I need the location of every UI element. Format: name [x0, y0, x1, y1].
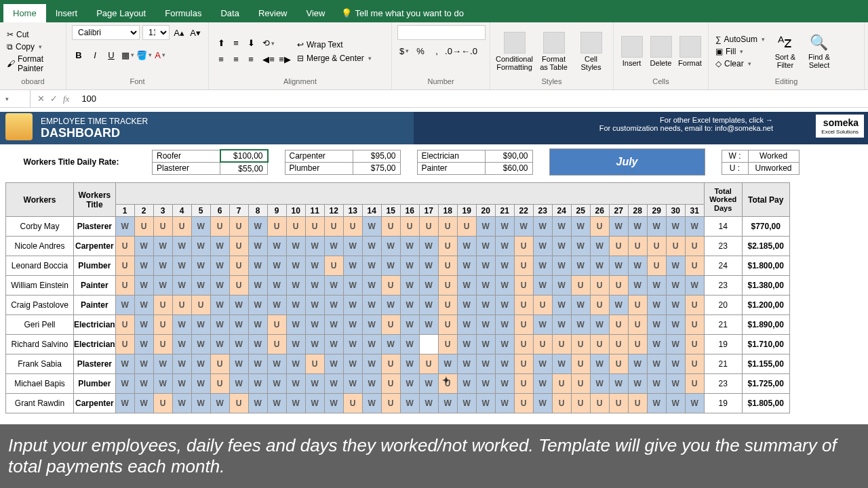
sort-filter-button[interactable]: ᴬᴢSort & Filter [770, 34, 800, 69]
border-button[interactable]: ▦▾ [121, 48, 134, 62]
rate-label: Workers Title Daily Rate: [7, 157, 136, 167]
rate-table-2[interactable]: Carpenter$95,00Plumber$75,00 [285, 150, 401, 175]
increase-font-button[interactable]: A▴ [172, 26, 186, 39]
table-row[interactable]: Geri PellElectricianUWUWWWWWUWWWWWUWWUWW… [6, 315, 790, 335]
italic-button[interactable]: I [88, 48, 102, 62]
conditional-formatting-button[interactable]: Conditional Formatting [496, 32, 533, 71]
day-header: 19 [457, 205, 476, 217]
table-row[interactable]: Corby MayPlastererWUUUWUUWUUUUUWUUUUUWWW… [6, 217, 790, 237]
month-selector[interactable]: July [549, 148, 705, 176]
copy-button[interactable]: ⧉Copy▾ [5, 41, 60, 52]
accept-formula-button[interactable]: ✓ [50, 94, 58, 104]
sigma-icon: ∑ [715, 35, 722, 44]
formula-bar: ▾ ✕ ✓ fx 100 [0, 90, 868, 108]
tab-view[interactable]: View [297, 4, 335, 22]
align-top[interactable]: ⬆ [214, 37, 228, 50]
number-format-select[interactable] [397, 25, 486, 40]
format-icon [679, 36, 701, 58]
wrap-text-button[interactable]: ↩Wrap Text [296, 39, 373, 50]
decrease-font-button[interactable]: A▾ [189, 26, 202, 39]
col-title: Workers Title [74, 183, 116, 217]
table-row[interactable]: Leonard BocciaPlumberUWWWWWUWWWWUWWWWWUW… [6, 256, 790, 276]
indent-inc[interactable]: ≡▶ [278, 53, 292, 66]
search-icon: 🔍 [810, 34, 828, 52]
dec-decimal[interactable]: ←.0 [462, 44, 476, 58]
tell-me[interactable]: 💡Tell me what you want to do [334, 4, 470, 22]
name-box[interactable]: ▾ [0, 90, 31, 107]
day-header: 23 [533, 205, 552, 217]
comma-button[interactable]: , [430, 44, 443, 58]
font-size-select[interactable]: 11 [142, 25, 170, 40]
cell-styles-button[interactable]: Cell Styles [574, 32, 608, 71]
font-color-button[interactable]: A▾ [153, 48, 167, 62]
autosum-button[interactable]: ∑AutoSum▾ [714, 34, 766, 45]
day-header: 24 [552, 205, 571, 217]
font-name-select[interactable]: Calibri [72, 25, 140, 40]
tab-review[interactable]: Review [249, 4, 297, 22]
align-middle[interactable]: ≡ [229, 37, 243, 50]
table-row[interactable]: William EinsteinPainterUWWWWWUWWWWWWWUWW… [6, 276, 790, 296]
find-select-button[interactable]: 🔍Find & Select [804, 34, 834, 69]
underline-button[interactable]: U [104, 48, 118, 62]
attendance-table[interactable]: Workers Workers Title Total Worked Days … [5, 182, 790, 413]
day-header: 25 [571, 205, 590, 217]
format-painter-button[interactable]: 🖌Format Painter [5, 54, 60, 74]
table-row[interactable]: Michael BapisPlumberWWWWWUWWWWWWWWUWWUWW… [6, 374, 790, 394]
group-cells-label: Cells [619, 77, 703, 87]
fill-button[interactable]: ▣Fill▾ [714, 46, 766, 57]
bold-button[interactable]: B [72, 48, 85, 62]
wrap-icon: ↩ [297, 40, 304, 49]
group-editing-label: Editing [714, 77, 859, 87]
indent-dec[interactable]: ◀≡ [262, 53, 275, 66]
tab-insert[interactable]: Insert [46, 4, 87, 22]
worksheet[interactable]: EMPLOYEE TIME TRACKER DASHBOARD For othe… [0, 112, 868, 413]
day-header: 18 [438, 205, 457, 217]
ribbon-tabs: Home Insert Page Layout Formulas Data Re… [0, 0, 868, 22]
align-right[interactable]: ≡ [244, 53, 258, 66]
tab-data[interactable]: Data [211, 4, 248, 22]
insert-cells-button[interactable]: Insert [619, 36, 644, 67]
format-as-table-button[interactable]: Format as Table [537, 32, 570, 71]
day-header: 5 [191, 205, 210, 217]
cancel-formula-button[interactable]: ✕ [37, 94, 45, 104]
group-styles-label: Styles [496, 77, 608, 87]
formula-input[interactable]: 100 [76, 94, 868, 104]
day-header: 30 [666, 205, 685, 217]
day-header: 3 [153, 205, 172, 217]
group-font-label: Font [72, 77, 203, 87]
col-total-days: Total Worked Days [704, 183, 742, 217]
tab-home[interactable]: Home [3, 4, 46, 22]
table-row[interactable]: Richard SalvinoElectricianUWUWWWWWUWWWWW… [6, 335, 790, 354]
align-center[interactable]: ≡ [229, 53, 243, 66]
rate-table-1[interactable]: Roofer$100,00Plasterer$55,00 [152, 149, 269, 175]
table-row[interactable]: Nicole AndresCarpenterUWWWWWUWWWWWWWWWWU… [6, 237, 790, 256]
cut-button[interactable]: ✂Cut [5, 29, 60, 40]
delete-cells-button[interactable]: Delete [648, 36, 673, 67]
table-row[interactable]: Frank SabiaPlastererWWWWWUWWWWUWWWUWUWWW… [6, 354, 790, 374]
rate-table-3[interactable]: Electrician$90,00Painter$60,00 [417, 150, 533, 175]
inc-decimal[interactable]: .0→ [446, 44, 460, 58]
currency-button[interactable]: $▾ [397, 44, 411, 58]
dashboard-header: EMPLOYEE TIME TRACKER DASHBOARD [0, 112, 414, 144]
tab-page-layout[interactable]: Page Layout [87, 4, 155, 22]
align-bottom[interactable]: ⬇ [244, 37, 258, 50]
percent-button[interactable]: % [414, 44, 427, 58]
day-header: 27 [609, 205, 628, 217]
brush-icon: 🖌 [7, 59, 15, 68]
orientation-button[interactable]: ⟲▾ [262, 37, 275, 50]
tab-formulas[interactable]: Formulas [155, 4, 211, 22]
day-header: 21 [495, 205, 514, 217]
align-left[interactable]: ≡ [214, 53, 228, 66]
clear-button[interactable]: ◇Clear▾ [714, 58, 766, 69]
worker-icon [5, 113, 33, 140]
table-row[interactable]: Grant RawdinCarpenterWWUWWWUWWWWWUWUWWWW… [6, 394, 790, 413]
day-header: 26 [590, 205, 609, 217]
merge-center-button[interactable]: ⊟Merge & Center▾ [296, 53, 373, 64]
format-cells-button[interactable]: Format [677, 36, 703, 67]
day-header: 17 [419, 205, 438, 217]
merge-icon: ⊟ [297, 54, 304, 63]
fill-color-button[interactable]: 🪣▾ [137, 48, 151, 62]
cond-fmt-icon [504, 32, 526, 54]
fx-button[interactable]: fx [63, 94, 69, 104]
table-row[interactable]: Craig PastolovePainterWWUUUWWWWWWWWWWWWU… [6, 296, 790, 315]
